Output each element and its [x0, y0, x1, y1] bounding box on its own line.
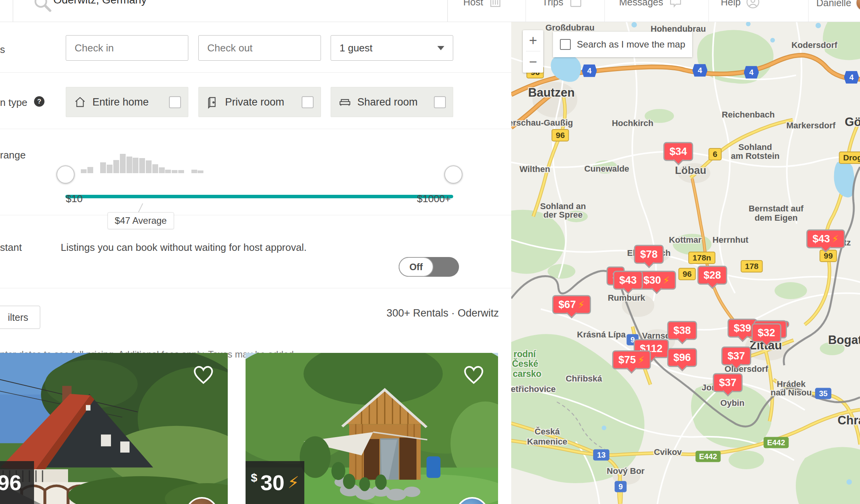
price-min-label: $10 — [61, 193, 88, 205]
price-pin[interactable]: $75⚡ — [612, 351, 651, 369]
price-pin-label: $67 — [558, 299, 576, 311]
private-room-checkbox[interactable] — [302, 96, 314, 108]
nav-profile-label: Danielle — [816, 0, 851, 9]
airbnb-search-page: Oderwitz, Germany Host Trips Messages He… — [0, 0, 860, 504]
price-pin[interactable]: $38 — [667, 321, 697, 340]
room-type-private-room[interactable]: Private room — [198, 87, 321, 117]
check-out-input[interactable] — [198, 35, 321, 61]
price-pin[interactable]: $37 — [721, 347, 751, 366]
price-pin[interactable]: $43 — [613, 271, 643, 290]
route-shield: E442 — [764, 437, 789, 448]
price-pin[interactable]: $34 — [663, 142, 693, 161]
couch-icon — [338, 95, 352, 109]
filters-panel: s 1 guest n type ? Entire home Private r… — [0, 22, 511, 504]
room-type-shared-room[interactable]: Shared room — [331, 87, 453, 117]
histogram-bar — [191, 170, 197, 173]
motorway-shield: 4 — [844, 71, 859, 84]
map[interactable]: GroßdubrauHohendubrauKodersdorfBautzener… — [511, 22, 860, 504]
heart-favorite-icon[interactable] — [463, 365, 485, 385]
nav-messages-label: Messages — [619, 0, 663, 8]
row-divider — [0, 72, 511, 73]
price-pin[interactable]: $43⚡ — [806, 230, 845, 249]
price-pin[interactable]: $78 — [634, 245, 664, 264]
histogram-bar — [107, 165, 113, 173]
instant-book-bolt-icon: ⚡ — [288, 473, 299, 492]
price-pin-label: $78 — [640, 249, 657, 261]
town-label: Chřibská — [566, 374, 602, 384]
row-divider — [0, 288, 511, 288]
results-count-heading: 300+ Rentals · Oderwitz — [387, 307, 499, 319]
row-divider — [0, 129, 511, 129]
price-amount: 96 — [0, 470, 21, 495]
shared-room-checkbox[interactable] — [434, 96, 446, 108]
nav-host[interactable]: Host — [463, 0, 503, 10]
nav-help[interactable]: Help — [721, 0, 761, 10]
price-pin-label: $43 — [812, 233, 830, 245]
room-type-label: Shared room — [357, 96, 428, 108]
zoom-out-button[interactable]: − — [523, 51, 543, 72]
price-pin[interactable]: $30⚡ — [637, 271, 676, 290]
nav-trips-label: Trips — [542, 0, 563, 8]
nav-messages[interactable]: Messages — [619, 0, 683, 10]
price-pin-label: $37 — [727, 350, 745, 362]
histogram-bar — [198, 170, 203, 173]
help-icon[interactable]: ? — [34, 96, 44, 107]
messages-chat-icon — [668, 0, 683, 10]
price-pin[interactable]: $32 — [751, 324, 781, 342]
zoom-in-button[interactable]: + — [523, 30, 543, 51]
nav-divider — [604, 0, 605, 22]
more-filters-button[interactable]: ilters — [0, 306, 40, 329]
town-label: Chras — [838, 414, 860, 427]
town-label: Kodersdorf — [792, 40, 838, 50]
check-in-input[interactable] — [66, 35, 188, 61]
price-pin[interactable]: $28 — [697, 266, 727, 285]
town-label: Gör — [845, 115, 860, 129]
histogram-bar — [133, 158, 138, 173]
route-shield: 35 — [815, 388, 831, 399]
room-type-entire-home[interactable]: Entire home — [66, 87, 188, 117]
search-icon — [32, 0, 53, 13]
price-slider-handle-max[interactable] — [444, 165, 462, 184]
instant-book-bolt-icon: ⚡ — [832, 233, 839, 245]
nav-divider — [526, 0, 526, 22]
instant-book-toggle[interactable]: Off — [399, 257, 459, 277]
nav-profile[interactable]: Danielle — [816, 0, 860, 11]
nav-divider — [708, 0, 709, 22]
histogram-bar — [172, 170, 177, 173]
town-label: Cvikov — [654, 447, 682, 457]
price-pin[interactable]: $37 — [713, 373, 742, 392]
histogram-bar — [100, 162, 106, 173]
motorway-shield: 4 — [692, 64, 707, 77]
town-label: Bogaty — [828, 333, 860, 347]
price-slider-track[interactable] — [65, 195, 453, 198]
search-input[interactable]: Oderwitz, Germany — [53, 0, 147, 6]
histogram-bar — [178, 170, 184, 173]
price-slider-handle-min[interactable] — [56, 165, 75, 184]
price-max-label: $1000+ — [413, 193, 455, 205]
host-building-icon — [488, 0, 503, 10]
door-icon — [206, 95, 220, 109]
listing-card[interactable]: $30⚡ — [246, 353, 498, 504]
price-pin-label: $96 — [673, 352, 691, 364]
currency-symbol: $ — [251, 471, 258, 484]
nav-trips[interactable]: Trips — [542, 0, 584, 10]
search-as-move-checkbox[interactable] — [560, 39, 571, 50]
entire-home-checkbox[interactable] — [169, 96, 181, 108]
search-field-border — [447, 0, 448, 22]
route-shield: 13 — [593, 450, 609, 461]
heart-favorite-icon[interactable] — [193, 365, 214, 385]
town-label: Cunewalde — [584, 164, 629, 174]
town-label: dem Eigen — [754, 213, 797, 223]
listing-card[interactable]: $96 — [0, 353, 228, 504]
nav-help-label: Help — [721, 0, 741, 8]
route-shield: 178n — [688, 252, 715, 264]
town-label: Česká — [535, 427, 560, 437]
price-pin[interactable]: $96 — [667, 348, 697, 367]
town-label: Reichenbach — [722, 110, 775, 120]
guests-dropdown[interactable]: 1 guest — [331, 35, 453, 61]
price-pin[interactable]: $67⚡ — [552, 295, 591, 314]
room-type-label: Entire home — [92, 96, 164, 108]
row-divider — [0, 215, 511, 215]
town-label: Kamenice — [527, 437, 567, 447]
route-shield: Drog — [839, 152, 860, 164]
